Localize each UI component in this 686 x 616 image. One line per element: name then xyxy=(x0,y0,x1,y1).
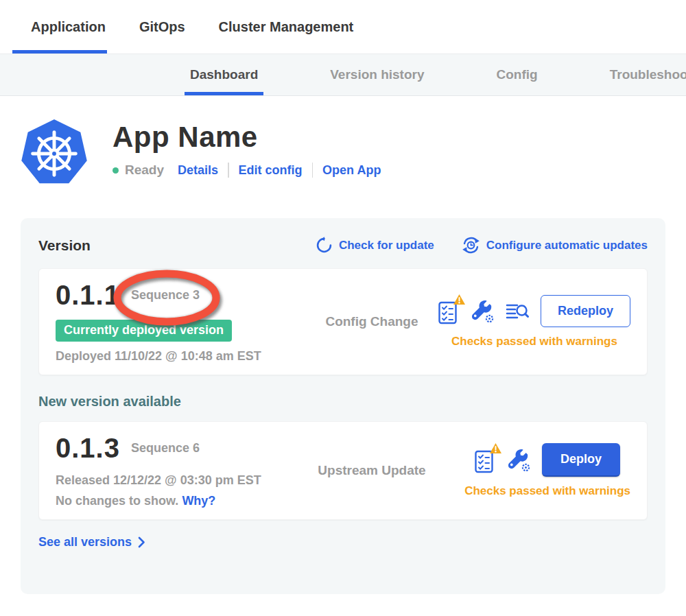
edit-config-wrench-icon[interactable] xyxy=(472,300,494,322)
new-version-heading: New version available xyxy=(38,394,648,410)
tab-application-label: Application xyxy=(31,19,106,35)
active-subtab-underline xyxy=(185,92,263,95)
current-source-label: Config Change xyxy=(314,314,430,329)
check-for-update-label: Check for update xyxy=(339,239,434,252)
top-nav: Application GitOps Cluster Management xyxy=(0,0,686,54)
version-card-header: Version Check for update xyxy=(38,236,648,254)
divider xyxy=(228,163,229,178)
deploy-button[interactable]: Deploy xyxy=(542,443,620,477)
tab-cluster-management-label: Cluster Management xyxy=(219,19,354,35)
current-version-row: 0.1.1 Sequence 3 Currently deployed vers… xyxy=(38,268,648,375)
subtab-version-history[interactable]: Version history xyxy=(330,54,424,95)
edit-config-link[interactable]: Edit config xyxy=(239,163,303,178)
divider xyxy=(312,163,314,178)
available-version-actions: Deploy Checks passed with warnings xyxy=(464,443,630,498)
version-card-title: Version xyxy=(38,237,91,254)
available-version-info: 0.1.3 Sequence 6 Released 12/12/22 @ 03:… xyxy=(56,433,296,508)
open-app-link[interactable]: Open App xyxy=(322,163,381,178)
available-sequence-label: Sequence 6 xyxy=(131,441,200,455)
released-timestamp: Released 12/12/22 @ 03:30 pm EST xyxy=(56,473,296,488)
subtab-troubleshoot[interactable]: Troubleshoot xyxy=(610,54,686,95)
app-status-row: Ready Details Edit config Open App xyxy=(113,163,381,178)
deployed-timestamp: Deployed 11/10/22 @ 10:48 am EST xyxy=(56,349,296,364)
why-link[interactable]: Why? xyxy=(182,494,215,508)
current-preflight-status: Checks passed with warnings xyxy=(451,335,617,348)
available-preflight-status: Checks passed with warnings xyxy=(464,484,630,498)
version-card: Version Check for update xyxy=(21,218,665,594)
warning-triangle-icon xyxy=(453,294,466,305)
view-files-search-icon[interactable] xyxy=(506,302,529,321)
currently-deployed-badge: Currently deployed version xyxy=(56,320,232,342)
auto-update-clock-icon xyxy=(462,236,480,254)
subtab-troubleshoot-label: Troubleshoot xyxy=(610,67,686,82)
current-version-actions: Redeploy Checks passed with warnings xyxy=(438,295,630,348)
configure-auto-updates-label: Configure automatic updates xyxy=(486,239,648,252)
details-link[interactable]: Details xyxy=(178,163,218,178)
subtab-dashboard[interactable]: Dashboard xyxy=(190,54,258,95)
diff-summary-row: No changes to show. Why? xyxy=(56,494,296,508)
subtab-version-history-label: Version history xyxy=(330,67,424,82)
tab-gitops-label: GitOps xyxy=(139,19,185,35)
kubernetes-logo-icon xyxy=(21,118,88,187)
current-version-info: 0.1.1 Sequence 3 Currently deployed vers… xyxy=(56,280,296,364)
preflight-checks-icon[interactable] xyxy=(438,298,460,324)
current-sequence-wrap: Sequence 3 xyxy=(131,288,200,303)
subtab-config-label: Config xyxy=(497,67,538,82)
preflight-checks-icon[interactable] xyxy=(475,447,497,473)
redeploy-button[interactable]: Redeploy xyxy=(541,295,630,327)
available-version-number: 0.1.3 xyxy=(56,433,120,464)
see-all-versions-link[interactable]: See all versions xyxy=(38,535,145,549)
refresh-icon xyxy=(316,237,333,254)
version-card-actions: Check for update Configure automat xyxy=(316,236,648,254)
current-version-number: 0.1.1 xyxy=(56,280,120,311)
app-header: App Name Ready Details Edit config Open … xyxy=(113,121,381,178)
see-all-versions-label: See all versions xyxy=(38,535,132,549)
warning-triangle-icon xyxy=(489,442,502,454)
available-version-row: 0.1.3 Sequence 6 Released 12/12/22 @ 03:… xyxy=(38,421,648,520)
app-status: Ready xyxy=(125,163,164,178)
diff-summary: No changes to show. xyxy=(56,494,178,508)
check-for-update-link[interactable]: Check for update xyxy=(316,237,434,254)
subtab-config[interactable]: Config xyxy=(497,54,538,95)
configure-auto-updates-link[interactable]: Configure automatic updates xyxy=(462,236,648,254)
available-source-label: Upstream Update xyxy=(314,463,430,478)
sub-nav: Dashboard Version history Config Trouble… xyxy=(0,54,686,96)
edit-config-wrench-icon[interactable] xyxy=(508,449,530,471)
ready-status-dot-icon xyxy=(113,167,119,174)
current-sequence-label: Sequence 3 xyxy=(131,288,200,302)
tab-gitops[interactable]: GitOps xyxy=(139,0,185,54)
tab-cluster-management[interactable]: Cluster Management xyxy=(219,0,354,54)
app-title: App Name xyxy=(113,121,381,154)
chevron-right-icon xyxy=(138,536,145,548)
admin-console-page: Application GitOps Cluster Management Da… xyxy=(0,0,686,616)
subtab-dashboard-label: Dashboard xyxy=(190,67,258,82)
tab-application[interactable]: Application xyxy=(31,0,106,54)
